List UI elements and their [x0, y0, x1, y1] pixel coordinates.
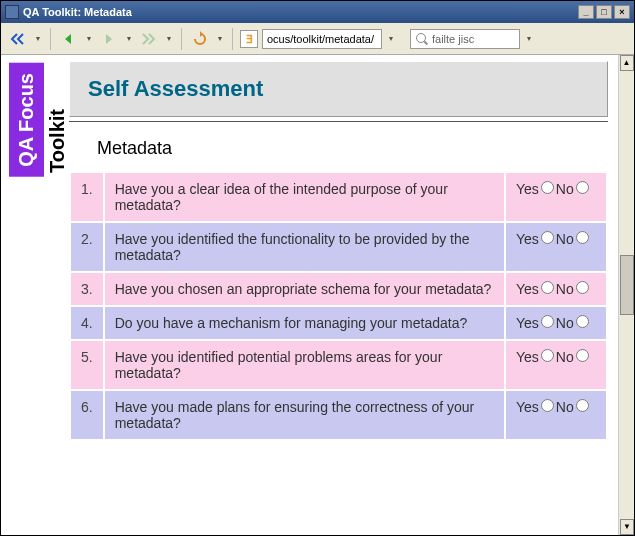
dropdown-icon[interactable]: ▼	[124, 35, 134, 42]
question-row: 5.Have you identified potential problems…	[71, 341, 606, 389]
question-row: 3.Have you chosen an appropriate schema …	[71, 273, 606, 305]
question-number: 5.	[71, 341, 103, 389]
question-number: 1.	[71, 173, 103, 221]
question-number: 4.	[71, 307, 103, 339]
dropdown-icon[interactable]: ▼	[164, 35, 174, 42]
yes-label: Yes	[516, 231, 539, 247]
page-body: Self Assessment Metadata 1.Have you a cl…	[69, 61, 608, 441]
no-label: No	[556, 181, 574, 197]
scroll-up-button[interactable]: ▲	[620, 55, 634, 71]
brand-label: QA Focus	[9, 63, 44, 177]
question-text: Have you made plans for ensuring the cor…	[105, 391, 504, 439]
yes-radio[interactable]	[541, 399, 554, 412]
no-label: No	[556, 399, 574, 415]
questions-table: 1.Have you a clear idea of the intended …	[69, 171, 608, 441]
dropdown-icon[interactable]: ▼	[84, 35, 94, 42]
forward-all-button[interactable]	[138, 28, 160, 50]
separator	[50, 28, 51, 50]
yes-label: Yes	[516, 399, 539, 415]
maximize-button[interactable]: □	[596, 5, 612, 19]
question-row: 1.Have you a clear idea of the intended …	[71, 173, 606, 221]
question-number: 3.	[71, 273, 103, 305]
question-row: 4.Do you have a mechanism for managing y…	[71, 307, 606, 339]
yes-label: Yes	[516, 349, 539, 365]
url-text: ocus/toolkit/metadata/	[267, 33, 374, 45]
search-icon	[415, 32, 429, 46]
yes-radio[interactable]	[541, 231, 554, 244]
vertical-scrollbar[interactable]: ▲ ▼	[618, 55, 634, 535]
back-button[interactable]	[58, 28, 80, 50]
page-title: Self Assessment	[88, 76, 589, 102]
answer-cell: YesNo	[506, 273, 606, 305]
yes-radio[interactable]	[541, 349, 554, 362]
browser-toolbar: ▼ ▼ ▼ ▼ ▼ Ǝ ocus/toolkit/metadata/ ▼ fai…	[1, 23, 634, 55]
reload-button[interactable]	[189, 28, 211, 50]
question-text: Do you have a mechanism for managing you…	[105, 307, 504, 339]
window-titlebar: QA Toolkit: Metadata _ □ ×	[1, 1, 634, 23]
back-all-button[interactable]	[7, 28, 29, 50]
answer-cell: YesNo	[506, 341, 606, 389]
scroll-down-button[interactable]: ▼	[620, 519, 634, 535]
sidebar-labels: QA FocusToolkit	[9, 63, 71, 181]
dropdown-icon[interactable]: ▼	[215, 35, 225, 42]
yes-label: Yes	[516, 181, 539, 197]
url-input[interactable]: ocus/toolkit/metadata/	[262, 29, 382, 49]
question-number: 6.	[71, 391, 103, 439]
divider	[69, 121, 608, 122]
answer-cell: YesNo	[506, 307, 606, 339]
answer-cell: YesNo	[506, 391, 606, 439]
question-text: Have you identified the functionality to…	[105, 223, 504, 271]
yes-radio[interactable]	[541, 315, 554, 328]
dropdown-icon[interactable]: ▼	[524, 35, 534, 42]
yes-label: Yes	[516, 315, 539, 331]
question-text: Have you a clear idea of the intended pu…	[105, 173, 504, 221]
answer-cell: YesNo	[506, 173, 606, 221]
no-radio[interactable]	[576, 349, 589, 362]
question-text: Have you identified potential problems a…	[105, 341, 504, 389]
search-input[interactable]: failte jisc	[410, 29, 520, 49]
yes-radio[interactable]	[541, 281, 554, 294]
no-radio[interactable]	[576, 181, 589, 194]
no-radio[interactable]	[576, 231, 589, 244]
no-radio[interactable]	[576, 315, 589, 328]
no-radio[interactable]	[576, 399, 589, 412]
no-label: No	[556, 349, 574, 365]
close-button[interactable]: ×	[614, 5, 630, 19]
yes-radio[interactable]	[541, 181, 554, 194]
search-text: failte jisc	[432, 33, 474, 45]
url-favicon: Ǝ	[240, 30, 258, 48]
app-icon	[5, 5, 19, 19]
no-label: No	[556, 281, 574, 297]
separator	[181, 28, 182, 50]
forward-button[interactable]	[98, 28, 120, 50]
no-radio[interactable]	[576, 281, 589, 294]
scroll-thumb[interactable]	[620, 255, 634, 315]
page-header: Self Assessment	[69, 61, 608, 117]
page-content: QA FocusToolkit Self Assessment Metadata…	[1, 55, 618, 535]
no-label: No	[556, 231, 574, 247]
minimize-button[interactable]: _	[578, 5, 594, 19]
separator	[232, 28, 233, 50]
dropdown-icon[interactable]: ▼	[386, 35, 396, 42]
question-number: 2.	[71, 223, 103, 271]
question-text: Have you chosen an appropriate schema fo…	[105, 273, 504, 305]
content-area: QA FocusToolkit Self Assessment Metadata…	[1, 55, 634, 535]
yes-label: Yes	[516, 281, 539, 297]
window-title: QA Toolkit: Metadata	[23, 6, 576, 18]
answer-cell: YesNo	[506, 223, 606, 271]
no-label: No	[556, 315, 574, 331]
question-row: 6.Have you made plans for ensuring the c…	[71, 391, 606, 439]
dropdown-icon[interactable]: ▼	[33, 35, 43, 42]
question-row: 2.Have you identified the functionality …	[71, 223, 606, 271]
section-title: Metadata	[97, 138, 608, 159]
section-label: Toolkit	[44, 105, 71, 177]
